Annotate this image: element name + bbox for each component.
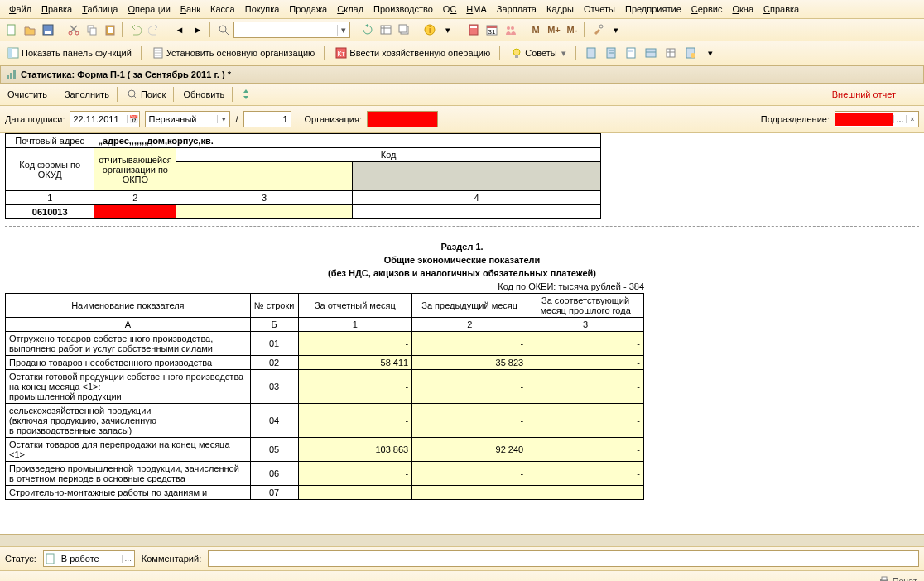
menu-item[interactable]: Отчеты [580, 3, 619, 15]
type-field[interactable]: ▾ [145, 111, 230, 127]
calendar-icon[interactable]: 📅 [127, 115, 139, 123]
search-combo[interactable]: ▾ [233, 22, 350, 38]
menu-item[interactable]: Таблица [78, 3, 122, 15]
value-cell-3[interactable] [176, 205, 353, 219]
report-icon-6[interactable] [682, 45, 699, 61]
set-main-org-button[interactable]: Установить основную организацию [148, 46, 320, 60]
date-input[interactable] [70, 113, 127, 126]
value-cell[interactable] [527, 486, 644, 500]
org-field[interactable] [367, 111, 438, 127]
value-cell[interactable]: - [527, 438, 644, 462]
menu-item[interactable]: Зарплата [493, 3, 541, 15]
comment-field[interactable] [208, 550, 919, 567]
menu-item[interactable]: Файл [5, 3, 36, 15]
menu-item[interactable]: Касса [206, 3, 239, 15]
zoom-icon[interactable] [215, 22, 232, 38]
show-functions-panel-button[interactable]: Показать панель функций [3, 46, 136, 60]
fill-button[interactable]: Заполнить [60, 89, 113, 100]
value-cell[interactable] [298, 486, 412, 500]
dept-field[interactable]: … × [835, 111, 919, 127]
menu-item[interactable]: ОС [439, 3, 461, 15]
form-icon[interactable] [378, 22, 394, 38]
value-cell-4[interactable] [353, 205, 601, 219]
menu-item[interactable]: Продажа [285, 3, 331, 15]
value-cell[interactable]: - [527, 370, 644, 404]
value-cell[interactable]: - [298, 462, 412, 486]
back-icon[interactable]: ◄ [171, 22, 188, 38]
menu-item[interactable]: Склад [333, 3, 368, 15]
menu-item[interactable]: Предприятие [621, 3, 686, 15]
value-cell[interactable] [412, 486, 527, 500]
copy-icon[interactable] [84, 22, 100, 38]
undo-icon[interactable] [128, 22, 144, 38]
chevron-down-icon[interactable]: ▾ [561, 48, 566, 59]
clear-button[interactable]: Очистить [3, 89, 51, 100]
menu-item[interactable]: Кадры [542, 3, 578, 15]
date-field[interactable]: 📅 [70, 111, 140, 127]
updown-icon[interactable] [238, 86, 254, 103]
number-field[interactable] [243, 111, 291, 127]
menu-item[interactable]: НМА [462, 3, 490, 15]
help-icon[interactable]: i [421, 22, 438, 38]
chevron-down-icon[interactable]: ▾ [217, 115, 229, 123]
open-icon[interactable] [22, 22, 38, 38]
tools-icon[interactable] [590, 22, 606, 38]
chevron-down-icon[interactable]: ▾ [608, 22, 624, 38]
type-input[interactable] [146, 113, 217, 126]
report-icon-4[interactable] [642, 45, 659, 61]
tips-button[interactable]: Советы ▾ [507, 46, 570, 60]
forward-icon[interactable]: ► [190, 22, 206, 38]
calendar-icon[interactable]: 31 [484, 22, 500, 38]
cut-icon[interactable] [65, 22, 82, 38]
menu-item[interactable]: Производство [369, 3, 437, 15]
m-minus-button[interactable]: M- [564, 22, 580, 38]
paste-icon[interactable] [102, 22, 118, 38]
menu-item[interactable]: Справка [759, 3, 803, 15]
menu-item[interactable]: Покупка [241, 3, 284, 15]
report-icon-3[interactable] [623, 45, 639, 61]
copy-form-icon[interactable] [396, 22, 412, 38]
clear-icon[interactable]: × [906, 115, 918, 123]
more-icon[interactable]: … [122, 555, 134, 563]
menu-item[interactable]: Правка [37, 3, 76, 15]
value-cell[interactable]: - [527, 332, 644, 356]
code-cell-4[interactable] [353, 162, 601, 191]
search-button[interactable]: Поиск [123, 87, 170, 102]
value-cell[interactable]: 103 863 [298, 438, 412, 462]
search-input[interactable] [234, 23, 337, 36]
value-cell[interactable]: - [527, 462, 644, 486]
report-icon-2[interactable] [603, 45, 619, 61]
report-icon-5[interactable] [662, 45, 679, 61]
status-input[interactable] [59, 552, 122, 565]
value-cell[interactable]: - [412, 462, 527, 486]
number-input[interactable] [244, 113, 291, 126]
refresh-button[interactable]: Обновить [179, 89, 229, 100]
value-cell[interactable]: - [298, 332, 412, 356]
value-cell[interactable]: 35 823 [412, 356, 527, 370]
refresh-icon[interactable] [359, 22, 376, 38]
report-icon-1[interactable] [583, 45, 599, 61]
chevron-down-icon[interactable]: ▾ [440, 22, 456, 38]
value-cell[interactable]: - [412, 332, 527, 356]
new-doc-icon[interactable] [3, 22, 20, 38]
chevron-down-icon[interactable]: ▾ [337, 25, 349, 36]
status-field[interactable]: … [43, 550, 135, 567]
menu-item[interactable]: Банк [176, 3, 205, 15]
value-cell[interactable]: - [412, 370, 527, 404]
comment-input[interactable] [209, 552, 918, 565]
value-cell[interactable]: 92 240 [412, 438, 527, 462]
m-button[interactable]: M [527, 22, 544, 38]
menu-item[interactable]: Окна [728, 3, 758, 15]
horizontal-scrollbar[interactable] [0, 534, 924, 546]
value-cell[interactable]: - [527, 356, 644, 370]
print-button[interactable]: Печат [878, 575, 917, 581]
value-cell[interactable]: 58 411 [298, 356, 412, 370]
m-plus-button[interactable]: M+ [546, 22, 562, 38]
enter-operation-button[interactable]: Кт Ввести хозяйственную операцию [331, 46, 494, 60]
value-cell[interactable]: - [527, 404, 644, 438]
value-cell[interactable]: - [298, 370, 412, 404]
value-cell[interactable]: - [298, 404, 412, 438]
people-icon[interactable] [502, 22, 518, 38]
okpo-value-cell[interactable] [94, 205, 176, 219]
redo-icon[interactable] [146, 22, 162, 38]
